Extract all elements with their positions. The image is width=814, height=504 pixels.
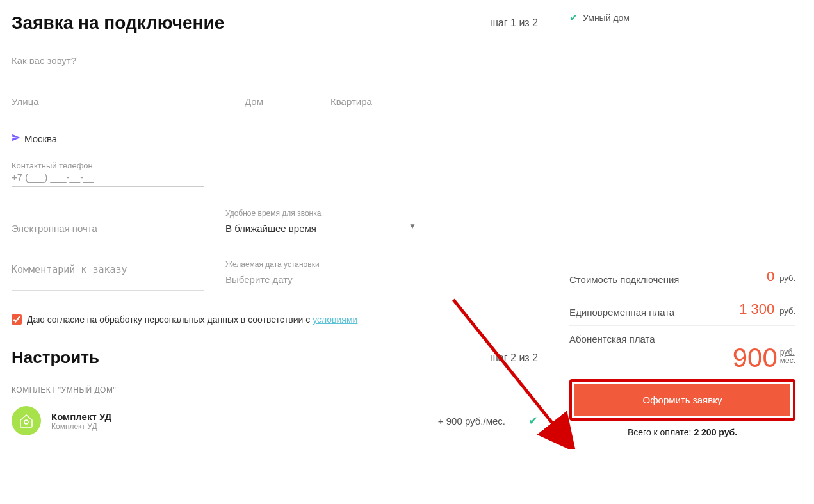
kit-row[interactable]: Комплект УД Комплект УД + 900 руб./мес. …: [12, 406, 538, 435]
install-date-label: Желаемая дата установки: [225, 260, 418, 269]
kit-subtitle: Комплект УД: [51, 422, 111, 431]
connect-cost-unit: руб.: [779, 273, 795, 283]
form-title: Заявка на подключение: [12, 13, 224, 33]
subscription-fee-value: 900: [733, 343, 777, 373]
city-value: Москва: [24, 133, 57, 144]
connect-cost-label: Стоимость подключения: [569, 274, 680, 285]
smart-home-icon: [12, 406, 41, 435]
onetime-fee-value: 1 300: [739, 301, 774, 317]
subscription-unit-month: мес.: [780, 356, 795, 365]
kit-title: Комплект УД: [51, 411, 111, 422]
location-icon: [12, 133, 20, 144]
street-input[interactable]: [12, 92, 223, 111]
subscription-unit-rub: руб.: [780, 348, 795, 357]
configure-title: Настроить: [12, 348, 99, 368]
total-value: 2 200 руб.: [694, 427, 737, 437]
kit-price: + 900 руб./мес.: [438, 416, 505, 427]
submit-order-button[interactable]: Оформить заявку: [574, 384, 790, 416]
apartment-input[interactable]: [330, 92, 433, 111]
total-prefix: Всего к оплате:: [628, 427, 694, 437]
calltime-select[interactable]: В ближайшее время: [225, 219, 418, 238]
consent-checkbox[interactable]: [12, 314, 22, 325]
city-selector[interactable]: Москва: [12, 133, 538, 144]
step-1-label: шаг 1 из 2: [490, 17, 538, 29]
submit-highlight-box: Оформить заявку: [569, 379, 795, 421]
step-2-label: шаг 2 из 2: [490, 352, 538, 364]
install-date-input[interactable]: [225, 270, 418, 289]
house-input[interactable]: [245, 92, 309, 111]
terms-link[interactable]: условиями: [313, 314, 357, 325]
consent-text: Даю согласие на обработку персональных д…: [27, 314, 313, 325]
connect-cost-value: 0: [767, 268, 774, 284]
check-icon: ✔: [569, 12, 578, 24]
check-icon: ✔: [528, 414, 538, 428]
kit-section-label: КОМПЛЕКТ "УМНЫЙ ДОМ": [12, 386, 538, 394]
comment-textarea[interactable]: [12, 260, 204, 291]
onetime-fee-unit: руб.: [779, 306, 795, 316]
summary-item-label: Умный дом: [583, 13, 630, 23]
name-input[interactable]: [12, 51, 538, 70]
email-input[interactable]: [12, 219, 204, 238]
summary-item: ✔ Умный дом: [569, 12, 795, 24]
phone-input[interactable]: +7 (___) ___-__-__: [12, 172, 204, 187]
phone-label: Контактный телефон: [12, 161, 204, 170]
onetime-fee-label: Единовременная плата: [569, 307, 674, 318]
calltime-label: Удобное время для звонка: [225, 209, 418, 218]
